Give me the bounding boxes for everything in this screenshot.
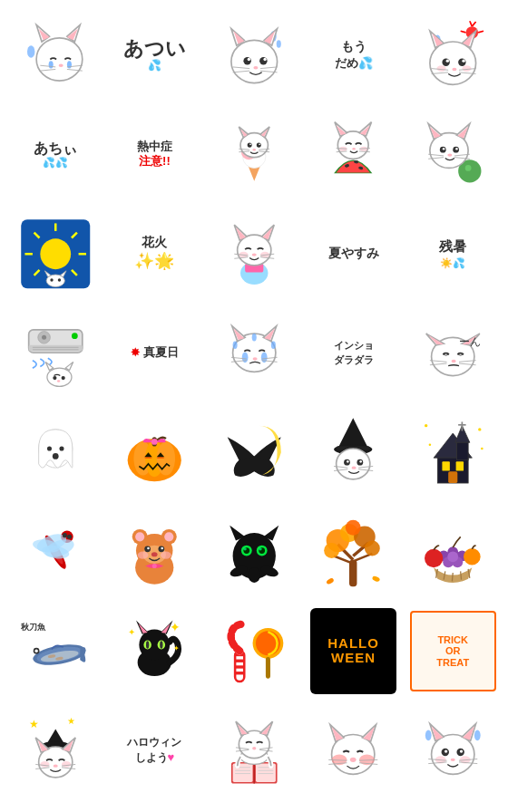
sticker-text-35c: TREAT	[436, 657, 469, 668]
svg-point-203	[425, 424, 427, 427]
sticker-16[interactable]	[7, 305, 103, 401]
sticker-18[interactable]	[206, 305, 302, 401]
sticker-4[interactable]: もう だめ💦	[306, 7, 402, 103]
svg-point-251	[346, 519, 361, 535]
svg-point-206	[481, 448, 484, 450]
sticker-5[interactable]	[405, 7, 501, 103]
sticker-22[interactable]	[107, 404, 203, 500]
svg-point-94	[447, 154, 452, 157]
svg-point-112	[50, 278, 53, 281]
sticker-7[interactable]: 熱中症 注意!!	[107, 107, 203, 203]
sticker-26[interactable]	[7, 504, 103, 600]
svg-point-60	[257, 143, 261, 148]
sticker-37[interactable]: ハロウィン しよう♥	[107, 702, 203, 798]
svg-point-139	[61, 376, 64, 380]
sticker-35[interactable]: TRICK OR TREAT	[405, 604, 501, 700]
svg-point-59	[247, 143, 251, 148]
sticker-32[interactable]: ✦ ✦ ✦	[107, 604, 203, 700]
svg-point-184	[337, 449, 370, 479]
sticker-40[interactable]	[405, 702, 501, 798]
svg-point-23	[263, 57, 266, 60]
sticker-text-7b: 注意!!	[139, 154, 171, 168]
svg-text:秋刀魚: 秋刀魚	[20, 623, 46, 632]
svg-text:✦: ✦	[174, 643, 181, 652]
sticker-36[interactable]: ★ ★	[7, 702, 103, 798]
sticker-text-12a: 花火	[142, 236, 167, 249]
svg-line-31	[472, 22, 475, 26]
sticker-38[interactable]	[206, 702, 302, 798]
sticker-9[interactable]	[306, 107, 402, 203]
svg-point-44	[452, 67, 456, 70]
sticker-31[interactable]: 秋刀魚	[7, 604, 103, 700]
svg-point-220	[135, 532, 144, 541]
svg-point-7	[66, 61, 71, 68]
svg-point-24	[253, 66, 258, 69]
sticker-25[interactable]	[405, 404, 501, 500]
sticker-21[interactable]	[7, 404, 103, 500]
svg-point-1	[36, 37, 83, 80]
svg-point-93	[455, 148, 458, 150]
svg-point-84	[465, 165, 472, 171]
svg-point-20	[243, 56, 250, 63]
svg-point-226	[161, 546, 164, 549]
sticker-13[interactable]	[206, 206, 302, 302]
svg-point-240	[259, 547, 261, 550]
svg-point-357	[460, 749, 463, 752]
svg-point-252	[324, 543, 339, 558]
sticker-8[interactable]	[206, 107, 302, 203]
svg-point-41	[458, 58, 465, 65]
svg-point-180	[151, 439, 158, 445]
sticker-10[interactable]	[405, 107, 501, 203]
sticker-text-14a: 夏やすみ	[328, 246, 379, 260]
svg-text:★: ★	[66, 715, 74, 725]
svg-point-255	[372, 575, 381, 583]
svg-point-285	[146, 641, 149, 648]
sticker-3[interactable]	[206, 7, 302, 103]
sticker-1[interactable]	[7, 7, 103, 103]
sticker-text-17a: 真夏日	[143, 345, 179, 359]
svg-point-76	[353, 148, 356, 150]
svg-point-234	[248, 567, 260, 583]
sticker-15[interactable]: 残暑 ☀️💦	[405, 206, 501, 302]
sticker-text-15a: 残暑	[439, 239, 466, 254]
sticker-20[interactable]: ーん	[405, 305, 501, 401]
sticker-33[interactable]	[206, 604, 302, 700]
svg-text:✦: ✦	[128, 628, 135, 638]
sticker-30[interactable]	[405, 504, 501, 600]
sticker-39[interactable]	[306, 702, 402, 798]
sticker-6[interactable]: あちぃ 💦💦	[7, 107, 103, 203]
svg-point-349	[432, 734, 474, 774]
sticker-27[interactable]	[107, 504, 203, 600]
svg-rect-196	[456, 441, 468, 460]
svg-point-121	[251, 253, 256, 256]
svg-point-273	[34, 650, 37, 652]
svg-marker-181	[338, 418, 369, 449]
svg-point-356	[444, 749, 447, 752]
svg-rect-198	[442, 461, 449, 470]
svg-point-253	[365, 540, 380, 556]
svg-text:ーん: ーん	[459, 335, 481, 348]
svg-point-230	[152, 564, 157, 568]
sticker-11[interactable]	[7, 206, 103, 302]
svg-point-225	[147, 546, 150, 549]
sticker-12[interactable]: 花火 ✨🌟	[107, 206, 203, 302]
svg-point-132	[72, 334, 78, 340]
svg-point-229	[161, 551, 171, 558]
sticker-17[interactable]: ✸ 真夏日	[107, 305, 203, 401]
svg-point-267	[425, 548, 443, 566]
svg-point-113	[57, 278, 60, 281]
sticker-19[interactable]: インショ ダラダラ	[306, 305, 402, 401]
sticker-24[interactable]	[306, 404, 402, 500]
svg-marker-137	[65, 362, 73, 371]
sticker-29[interactable]	[306, 504, 402, 600]
svg-point-188	[360, 460, 363, 463]
svg-point-205	[429, 444, 432, 447]
svg-point-254	[326, 577, 335, 585]
sticker-28[interactable]	[206, 504, 302, 600]
sticker-23[interactable]	[206, 404, 302, 500]
sticker-14[interactable]: 夏やすみ	[306, 206, 402, 302]
sticker-text-17-ink: ✸	[131, 346, 140, 359]
sticker-34[interactable]: HALLO WEEN	[306, 604, 402, 700]
svg-point-215	[66, 534, 71, 538]
sticker-2[interactable]: あつい 💦	[107, 7, 203, 103]
